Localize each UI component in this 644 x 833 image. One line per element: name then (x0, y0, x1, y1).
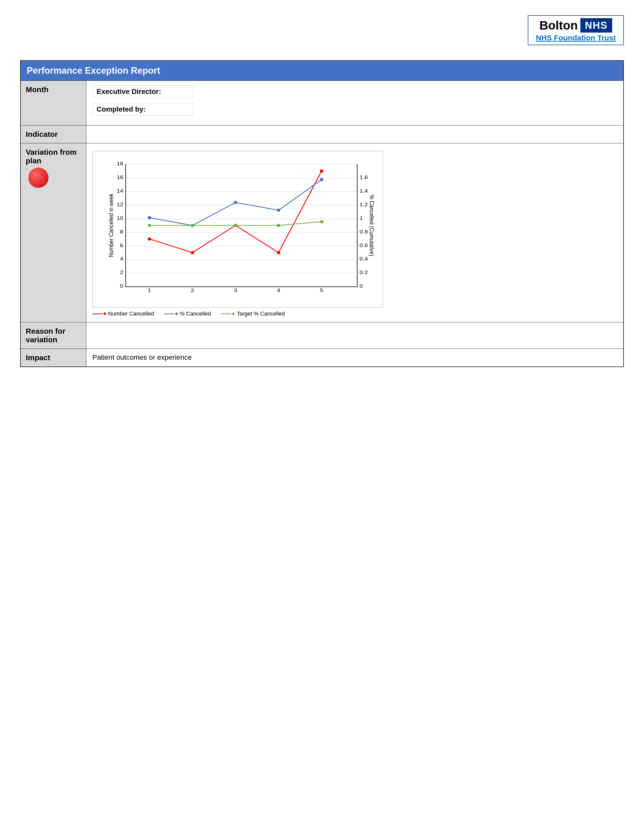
svg-text:0: 0 (359, 283, 363, 289)
logo-top: Bolton NHS (539, 18, 612, 32)
reason-row: Reason for variation (21, 322, 623, 349)
legend-target-pct-label: Target % Cancelled (237, 310, 285, 317)
svg-text:16: 16 (116, 174, 123, 180)
svg-point-38 (190, 251, 194, 254)
legend-number-cancelled: Number Cancelled (92, 310, 154, 317)
exec-fields-cell: Executive Director: Completed by: (86, 81, 623, 125)
svg-text:5: 5 (320, 287, 323, 292)
legend-number-cancelled-label: Number Cancelled (108, 310, 154, 317)
svg-text:10: 10 (116, 215, 123, 221)
svg-point-45 (277, 209, 280, 212)
svg-point-47 (148, 224, 151, 227)
svg-text:1: 1 (359, 215, 363, 221)
svg-text:4: 4 (120, 256, 123, 262)
reason-content (86, 322, 623, 349)
nhs-badge: NHS (580, 18, 612, 32)
svg-text:0: 0 (120, 283, 123, 289)
chart-svg: 0 2 4 6 8 10 12 14 16 18 (108, 159, 375, 292)
month-label: Month (21, 81, 86, 125)
svg-point-40 (277, 251, 280, 254)
svg-text:0.4: 0.4 (359, 256, 368, 262)
svg-text:% Cancelled (Cumulative): % Cancelled (Cumulative) (368, 195, 375, 256)
svg-text:8: 8 (120, 229, 123, 235)
indicator-row: Indicator (21, 125, 623, 143)
svg-point-49 (233, 224, 237, 227)
svg-text:1: 1 (148, 287, 151, 292)
svg-text:6: 6 (120, 242, 123, 248)
impact-value: Patient outcomes or experience (86, 349, 623, 367)
svg-text:18: 18 (116, 161, 123, 167)
svg-text:0.8: 0.8 (359, 229, 368, 235)
svg-text:0.2: 0.2 (359, 269, 368, 275)
svg-text:3: 3 (233, 287, 237, 292)
page-header: Bolton NHS NHS Foundation Trust (20, 15, 624, 45)
variation-label: Variation from plan (21, 143, 86, 322)
report-title: Performance Exception Report (21, 61, 623, 81)
variation-content: 0 2 4 6 8 10 12 14 16 18 (86, 143, 623, 322)
bolton-text: Bolton (539, 18, 578, 32)
indicator-value (86, 125, 623, 143)
red-status-circle (28, 167, 48, 188)
reason-label: Reason for variation (21, 322, 86, 349)
svg-point-41 (320, 169, 323, 173)
title-row: Performance Exception Report (21, 61, 623, 81)
svg-text:1.4: 1.4 (359, 188, 368, 194)
chart-container: 0 2 4 6 8 10 12 14 16 18 (92, 151, 383, 307)
completed-by-field: Completed by: (92, 103, 617, 121)
legend-target-pct: Target % Cancelled (221, 310, 285, 317)
svg-text:4: 4 (277, 287, 280, 292)
impact-label: Impact (21, 349, 86, 367)
chart-wrapper: 0 2 4 6 8 10 12 14 16 18 (92, 148, 383, 317)
svg-point-50 (277, 224, 280, 227)
completed-by-label: Completed by: (92, 103, 193, 116)
legend-pct-cancelled: % Cancelled (164, 310, 211, 317)
legend-pct-cancelled-label: % Cancelled (180, 310, 211, 317)
variation-row: Variation from plan (21, 143, 623, 322)
nhs-subtitle: NHS Foundation Trust (536, 34, 616, 42)
svg-text:0.6: 0.6 (359, 242, 368, 248)
svg-text:2: 2 (191, 287, 194, 292)
chart-legend: Number Cancelled % Cancelled (92, 310, 383, 317)
svg-point-44 (233, 201, 237, 204)
svg-point-48 (190, 224, 194, 227)
svg-point-37 (148, 238, 151, 241)
exec-director-field: Executive Director: (92, 85, 617, 103)
variation-content-cell: 0 2 4 6 8 10 12 14 16 18 (86, 143, 623, 322)
svg-text:2: 2 (120, 269, 123, 275)
svg-point-51 (320, 220, 323, 224)
svg-point-46 (320, 178, 323, 181)
month-exec-row: Month Executive Director: Completed by: (21, 81, 623, 125)
svg-text:1.2: 1.2 (359, 201, 368, 207)
impact-row: Impact Patient outcomes or experience (21, 349, 623, 367)
svg-point-42 (148, 216, 151, 219)
svg-text:Number Cancelled in week: Number Cancelled in week (108, 193, 114, 257)
indicator-label: Indicator (21, 125, 86, 143)
exec-director-label: Executive Director: (92, 85, 193, 98)
svg-text:14: 14 (116, 188, 123, 194)
logo-box: Bolton NHS NHS Foundation Trust (528, 15, 624, 45)
main-table: Performance Exception Report Month Execu… (20, 60, 624, 367)
svg-text:1.6: 1.6 (359, 174, 368, 180)
svg-text:12: 12 (116, 201, 123, 207)
